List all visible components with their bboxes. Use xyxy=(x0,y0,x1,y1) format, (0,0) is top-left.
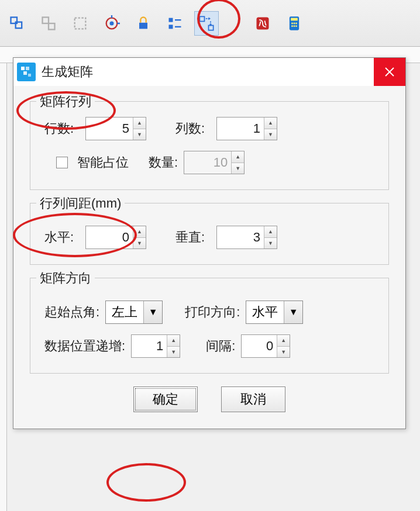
qty-label: 数量: xyxy=(149,154,178,171)
qty-spinner: ▲▼ xyxy=(184,151,245,174)
toolbar-btn-matrix[interactable] xyxy=(194,11,219,36)
data-inc-label: 数据位置递增: xyxy=(44,337,125,355)
print-dir-label: 打印方向: xyxy=(185,303,240,321)
svg-point-21 xyxy=(295,22,297,24)
start-corner-label: 起始点角: xyxy=(44,303,99,321)
svg-rect-7 xyxy=(139,22,147,29)
svg-point-6 xyxy=(110,21,114,25)
svg-rect-27 xyxy=(23,71,27,75)
toolbar-btn-4[interactable] xyxy=(99,11,124,36)
dialog-app-icon xyxy=(17,63,36,81)
ungroup-icon xyxy=(40,15,57,32)
qty-up: ▲ xyxy=(232,151,244,163)
toolbar-btn-5[interactable] xyxy=(131,11,156,36)
vert-up[interactable]: ▲ xyxy=(264,226,277,238)
list-icon xyxy=(167,15,183,32)
rows-down[interactable]: ▼ xyxy=(133,129,146,140)
dialog-body: 矩阵行列 行数: ▲▼ 列数: ▲▼ 智能占位 数量: xyxy=(13,86,405,429)
horiz-up[interactable]: ▲ xyxy=(133,226,146,238)
group-direction: 矩阵方向 起始点角: 左上 ▼ 打印方向: 水平 ▼ 数据位置递增: ▲▼ xyxy=(30,278,389,374)
close-icon xyxy=(384,66,395,78)
data-inc-up[interactable]: ▲ xyxy=(167,335,180,347)
pdf-icon xyxy=(254,15,271,32)
svg-rect-18 xyxy=(291,18,298,20)
start-corner-select[interactable]: 左上 ▼ xyxy=(105,301,163,324)
svg-point-24 xyxy=(295,25,297,27)
svg-rect-2 xyxy=(43,17,49,23)
cancel-button[interactable]: 取消 xyxy=(221,386,285,412)
svg-rect-12 xyxy=(199,16,204,21)
cols-down[interactable]: ▼ xyxy=(264,129,277,140)
cols-spinner[interactable]: ▲▼ xyxy=(216,117,277,140)
horiz-down[interactable]: ▼ xyxy=(133,238,146,249)
group-spacing: 行列间距(mm) 水平: ▲▼ 垂直: ▲▼ xyxy=(30,203,389,265)
dialog-button-row: 确定 取消 xyxy=(30,386,389,412)
dialog-title: 生成矩阵 xyxy=(42,63,374,81)
calculator-icon xyxy=(286,15,302,32)
rotate-icon xyxy=(104,15,120,32)
svg-point-22 xyxy=(291,25,293,27)
toolbar-btn-1[interactable] xyxy=(5,11,29,36)
chevron-down-icon: ▼ xyxy=(284,301,302,323)
group-legend-direction: 矩阵方向 xyxy=(36,270,95,287)
toolbar-btn-calc[interactable] xyxy=(282,11,307,36)
smart-placeholder-label: 智能占位 xyxy=(77,154,129,171)
vert-input[interactable] xyxy=(217,226,264,248)
print-dir-select[interactable]: 水平 ▼ xyxy=(246,301,303,324)
ok-button[interactable]: 确定 xyxy=(133,386,198,412)
svg-point-19 xyxy=(291,22,293,24)
print-dir-value: 水平 xyxy=(246,303,284,321)
close-button[interactable] xyxy=(374,58,405,86)
lock-icon xyxy=(135,15,152,32)
cols-input[interactable] xyxy=(217,118,264,140)
chevron-down-icon: ▼ xyxy=(143,301,162,323)
qty-down: ▼ xyxy=(232,163,244,174)
gap-spinner[interactable]: ▲▼ xyxy=(241,334,290,358)
svg-point-20 xyxy=(294,22,295,24)
data-inc-down[interactable]: ▼ xyxy=(167,347,180,358)
gap-label: 间隔: xyxy=(206,337,235,355)
rows-label: 行数: xyxy=(44,120,80,137)
svg-marker-14 xyxy=(209,17,211,20)
svg-rect-3 xyxy=(49,23,55,30)
group-objects-icon xyxy=(9,15,25,32)
toolbar-btn-3[interactable] xyxy=(68,11,92,36)
dialog-titlebar: 生成矩阵 xyxy=(13,58,405,86)
svg-rect-28 xyxy=(28,74,31,77)
svg-rect-8 xyxy=(169,18,173,22)
generate-matrix-dialog: 生成矩阵 矩阵行列 行数: ▲▼ 列数: ▲▼ xyxy=(13,57,406,429)
vertical-ruler xyxy=(0,63,7,511)
rows-spinner[interactable]: ▲▼ xyxy=(85,117,146,140)
horiz-spinner[interactable]: ▲▼ xyxy=(85,226,146,249)
vert-spinner[interactable]: ▲▼ xyxy=(216,226,277,249)
svg-rect-4 xyxy=(75,18,86,29)
data-inc-input[interactable] xyxy=(132,335,167,357)
toolbar-btn-6[interactable] xyxy=(163,11,187,36)
group-rows-cols: 矩阵行列 行数: ▲▼ 列数: ▲▼ 智能占位 数量: xyxy=(30,101,389,190)
rows-up[interactable]: ▲ xyxy=(133,118,146,129)
toolbar xyxy=(0,0,420,47)
toolbar-btn-2[interactable] xyxy=(36,11,61,36)
gap-down[interactable]: ▼ xyxy=(277,347,290,358)
vert-label: 垂直: xyxy=(175,229,211,246)
svg-rect-26 xyxy=(26,67,29,70)
generate-matrix-icon xyxy=(198,15,215,32)
data-inc-spinner[interactable]: ▲▼ xyxy=(131,334,180,358)
start-corner-value: 左上 xyxy=(106,303,143,321)
gap-input[interactable] xyxy=(242,335,277,357)
cols-up[interactable]: ▲ xyxy=(264,118,277,129)
group-legend-spacing: 行列间距(mm) xyxy=(36,195,125,212)
vert-down[interactable]: ▼ xyxy=(264,238,277,249)
crop-icon xyxy=(72,15,88,32)
svg-rect-13 xyxy=(209,25,214,30)
toolbar-btn-pdf[interactable] xyxy=(250,11,275,36)
horiz-input[interactable] xyxy=(86,226,133,248)
group-legend-rowscols: 矩阵行列 xyxy=(36,93,95,111)
svg-point-23 xyxy=(294,25,295,27)
smart-placeholder-checkbox[interactable] xyxy=(56,157,68,168)
svg-rect-25 xyxy=(21,67,25,70)
gap-up[interactable]: ▲ xyxy=(277,335,290,347)
rows-input[interactable] xyxy=(86,118,133,140)
svg-rect-9 xyxy=(169,25,173,29)
horiz-label: 水平: xyxy=(44,229,80,246)
